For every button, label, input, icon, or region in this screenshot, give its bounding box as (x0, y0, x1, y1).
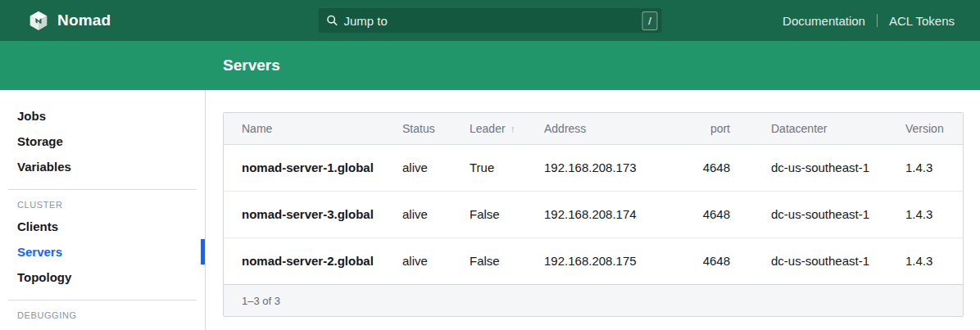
nav-separator (877, 14, 878, 27)
cell-status: alive (402, 237, 470, 284)
sidebar-heading-debugging: DEBUGGING (0, 310, 205, 324)
cell-datacenter: dc-us-southeast-1 (730, 237, 905, 284)
nomad-home-link[interactable]: Nomad (0, 10, 111, 31)
sidebar-divider (8, 189, 197, 190)
sidebar-heading-cluster: CLUSTER (0, 200, 205, 214)
cell-address: 192.168.208.173 (544, 144, 689, 191)
cell-status: alive (402, 191, 470, 237)
table-header-row: Name Status Leader↑ Address port Datacen… (224, 113, 963, 144)
slash-shortcut-badge: / (642, 11, 658, 30)
top-navbar: Nomad / Documentation ACL Tokens (0, 0, 980, 41)
cell-leader: False (470, 191, 544, 237)
cell-leader: True (470, 144, 544, 191)
column-header-datacenter[interactable]: Datacenter (730, 113, 905, 144)
cell-version: 1.4.3 (905, 144, 963, 191)
cell-port: 4648 (689, 191, 730, 237)
cell-name: nomad-server-3.global (224, 191, 402, 237)
sort-ascending-icon: ↑ (510, 124, 515, 135)
cell-version: 1.4.3 (905, 237, 963, 284)
column-header-label: Leader (470, 122, 506, 135)
sidebar-item-storage[interactable]: Storage (0, 129, 205, 154)
cell-status: alive (402, 144, 470, 191)
search-input[interactable] (344, 14, 642, 28)
sidebar-divider (8, 300, 197, 301)
brand-title: Nomad (57, 11, 111, 29)
servers-table-container: Name Status Leader↑ Address port Datacen… (223, 112, 964, 317)
active-indicator-bar (201, 239, 205, 264)
navbar-links: Documentation ACL Tokens (783, 14, 980, 28)
sidebar-item-jobs[interactable]: Jobs (0, 103, 205, 129)
server-row[interactable]: nomad-server-1.global alive True 192.168… (224, 144, 963, 191)
documentation-link[interactable]: Documentation (783, 14, 865, 28)
nomad-logo-icon (28, 10, 49, 31)
column-header-version[interactable]: Version (905, 113, 963, 144)
cell-leader: False (470, 237, 544, 284)
server-row[interactable]: nomad-server-3.global alive False 192.16… (224, 191, 963, 237)
jump-to-searchbox[interactable]: / (319, 8, 662, 33)
column-header-name[interactable]: Name (224, 113, 402, 144)
main-content: Name Status Leader↑ Address port Datacen… (206, 90, 980, 330)
sidebar-item-variables[interactable]: Variables (0, 154, 205, 179)
cell-address: 192.168.208.174 (544, 191, 689, 237)
cell-port: 4648 (689, 237, 730, 284)
pagination-status: 1–3 of 3 (224, 284, 963, 316)
column-header-status[interactable]: Status (402, 113, 470, 144)
servers-table: Name Status Leader↑ Address port Datacen… (224, 113, 963, 284)
sidebar-item-clients[interactable]: Clients (0, 214, 205, 239)
cell-version: 1.4.3 (905, 191, 963, 237)
cell-name: nomad-server-2.global (224, 237, 402, 284)
page-header: Servers (0, 41, 980, 90)
page-title: Servers (223, 57, 280, 75)
sidebar: Jobs Storage Variables CLUSTER Clients S… (0, 90, 206, 330)
column-header-port[interactable]: port (689, 113, 730, 144)
sidebar-item-servers[interactable]: Servers (0, 239, 205, 264)
column-header-leader[interactable]: Leader↑ (470, 113, 544, 144)
cell-address: 192.168.208.175 (544, 237, 689, 284)
server-row[interactable]: nomad-server-2.global alive False 192.16… (224, 237, 963, 284)
cell-name: nomad-server-1.global (224, 144, 402, 191)
acl-tokens-link[interactable]: ACL Tokens (889, 14, 955, 28)
sidebar-item-label: Servers (17, 245, 62, 259)
search-icon (327, 15, 338, 26)
cell-datacenter: dc-us-southeast-1 (730, 144, 905, 191)
column-header-address[interactable]: Address (544, 113, 689, 144)
cell-port: 4648 (689, 144, 730, 191)
sidebar-item-topology[interactable]: Topology (0, 264, 205, 290)
cell-datacenter: dc-us-southeast-1 (730, 191, 905, 237)
